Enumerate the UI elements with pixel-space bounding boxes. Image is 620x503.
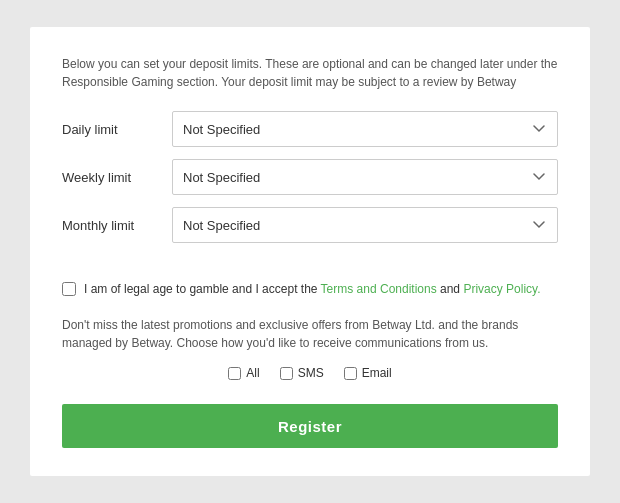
weekly-limit-label: Weekly limit [62, 170, 172, 185]
daily-limit-row: Daily limit Not Specified [62, 111, 558, 147]
comm-sms-checkbox[interactable] [280, 367, 293, 380]
main-card: Below you can set your deposit limits. T… [30, 27, 590, 476]
terms-link[interactable]: Terms and Conditions [321, 282, 437, 296]
intro-text: Below you can set your deposit limits. T… [62, 55, 558, 91]
comm-all-label: All [246, 366, 259, 380]
legal-age-label: I am of legal age to gamble and I accept… [84, 280, 541, 298]
daily-limit-select[interactable]: Not Specified [172, 111, 558, 147]
communication-options: All SMS Email [62, 366, 558, 380]
comm-sms-option[interactable]: SMS [280, 366, 324, 380]
comm-sms-label: SMS [298, 366, 324, 380]
daily-limit-label: Daily limit [62, 122, 172, 137]
comm-email-label: Email [362, 366, 392, 380]
comm-all-checkbox[interactable] [228, 367, 241, 380]
weekly-limit-row: Weekly limit Not Specified [62, 159, 558, 195]
privacy-link[interactable]: Privacy Policy. [463, 282, 540, 296]
comm-all-option[interactable]: All [228, 366, 259, 380]
divider [62, 261, 558, 262]
monthly-limit-label: Monthly limit [62, 218, 172, 233]
register-button[interactable]: Register [62, 404, 558, 448]
legal-age-checkbox[interactable] [62, 282, 76, 296]
weekly-limit-select[interactable]: Not Specified [172, 159, 558, 195]
comm-email-checkbox[interactable] [344, 367, 357, 380]
promo-text: Don't miss the latest promotions and exc… [62, 316, 558, 352]
monthly-limit-row: Monthly limit Not Specified [62, 207, 558, 243]
comm-email-option[interactable]: Email [344, 366, 392, 380]
monthly-limit-select[interactable]: Not Specified [172, 207, 558, 243]
legal-age-row: I am of legal age to gamble and I accept… [62, 280, 558, 298]
